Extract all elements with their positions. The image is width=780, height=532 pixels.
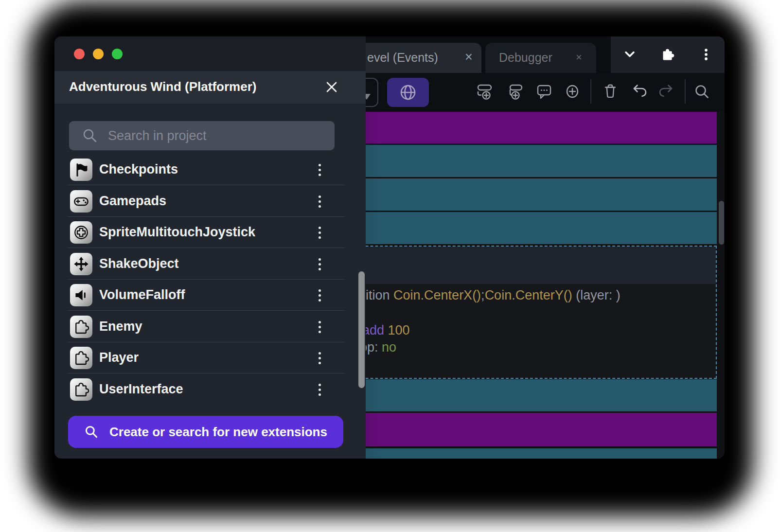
undo-icon bbox=[630, 82, 649, 101]
add-comment-icon bbox=[534, 82, 554, 101]
search-icon bbox=[692, 82, 711, 101]
search-button[interactable] bbox=[692, 82, 711, 101]
close-tab-icon[interactable]: × bbox=[465, 50, 473, 65]
list-divider bbox=[68, 185, 344, 185]
code-segment: no bbox=[382, 340, 396, 355]
extension-list-item-spritemultitouchjoystick[interactable]: SpriteMultitouchJoystick bbox=[54, 217, 366, 248]
event-block-teal[interactable] bbox=[327, 448, 717, 459]
gamepad-icon bbox=[70, 190, 92, 213]
extension-label: ShakeObject bbox=[99, 256, 179, 271]
kebab-menu-icon[interactable] bbox=[314, 285, 325, 305]
extension-list-item-checkpoints[interactable]: Checkpoints bbox=[54, 154, 366, 185]
kebab-menu-icon[interactable] bbox=[314, 254, 325, 274]
create-extension-button[interactable]: Create or search for new extensions bbox=[68, 416, 343, 448]
puzzle-icon bbox=[70, 347, 92, 369]
tab-label: Debugger bbox=[499, 51, 552, 65]
kebab-menu-icon bbox=[698, 47, 714, 62]
search-icon bbox=[84, 425, 99, 439]
tab-label: evel (Events) bbox=[367, 51, 438, 65]
extension-list-item-gamepads[interactable]: Gamepads bbox=[54, 186, 366, 217]
event-block-teal[interactable] bbox=[327, 379, 717, 411]
tab-level-events[interactable]: evel (Events) × bbox=[346, 43, 481, 73]
extensions-modal: Adventurous Wind (Platformer) Checkpoint… bbox=[54, 36, 366, 459]
extension-label: Checkpoints bbox=[99, 162, 178, 177]
tab-controls bbox=[611, 36, 725, 73]
extensions-puzzle-button[interactable] bbox=[660, 47, 675, 62]
selected-event-conditions[interactable] bbox=[328, 247, 716, 284]
extension-list-item-player[interactable]: Player bbox=[54, 342, 366, 373]
event-block-purple[interactable] bbox=[327, 413, 717, 446]
puzzle-icon bbox=[70, 378, 92, 401]
extension-list-item-shakeobject[interactable]: ShakeObject bbox=[54, 248, 366, 280]
create-extension-label: Create or search for new extensions bbox=[109, 425, 327, 440]
trash-button[interactable] bbox=[601, 82, 620, 101]
modal-title: Adventurous Wind (Platformer) bbox=[69, 79, 256, 94]
add-event-button[interactable] bbox=[475, 82, 495, 101]
list-divider bbox=[68, 310, 344, 311]
modal-header: Adventurous Wind (Platformer) bbox=[54, 71, 366, 104]
extension-list-item-enemy[interactable]: Enemy bbox=[54, 311, 366, 342]
extension-list-item-volumefalloff[interactable]: VolumeFalloff bbox=[54, 280, 366, 311]
kebab-menu-icon[interactable] bbox=[314, 380, 325, 399]
add-circle-button[interactable] bbox=[563, 82, 582, 101]
extension-label: SpriteMultitouchJoystick bbox=[99, 225, 255, 240]
undo-button[interactable] bbox=[630, 82, 649, 101]
joystick-icon bbox=[70, 221, 92, 244]
event-block-teal[interactable] bbox=[327, 178, 717, 211]
code-segment: (layer: ) bbox=[572, 288, 620, 302]
move-arrows-icon bbox=[70, 253, 92, 275]
extensions-puzzle-icon bbox=[660, 47, 675, 62]
extension-label: VolumeFalloff bbox=[99, 287, 185, 302]
code-segment: ; bbox=[481, 288, 485, 302]
extension-label: Gamepads bbox=[99, 194, 166, 209]
kebab-menu-icon[interactable] bbox=[314, 317, 325, 337]
close-tab-icon[interactable]: × bbox=[576, 51, 582, 64]
kebab-menu-icon[interactable] bbox=[314, 160, 325, 179]
chevron-down-button[interactable] bbox=[622, 47, 638, 62]
extension-label: Player bbox=[99, 350, 139, 365]
extension-label: UserInterface bbox=[99, 382, 183, 397]
event-code-line: add 100 bbox=[362, 322, 410, 338]
search-input[interactable] bbox=[69, 121, 335, 150]
list-divider bbox=[68, 248, 344, 248]
add-subevent-button[interactable] bbox=[506, 82, 525, 101]
puzzle-icon bbox=[70, 316, 92, 338]
traffic-light-zoom-icon[interactable] bbox=[112, 49, 123, 59]
list-divider bbox=[68, 373, 344, 373]
kebab-menu-icon[interactable] bbox=[314, 348, 325, 368]
speaker-icon bbox=[70, 284, 92, 306]
kebab-menu-icon[interactable] bbox=[314, 192, 325, 211]
redo-icon bbox=[656, 82, 676, 101]
close-modal-icon[interactable] bbox=[324, 79, 339, 95]
add-event-icon bbox=[475, 82, 495, 101]
kebab-menu-button[interactable] bbox=[698, 47, 714, 62]
tab-debugger[interactable]: Debugger × bbox=[485, 43, 596, 73]
trash-icon bbox=[601, 82, 620, 101]
selected-event-actions[interactable]: ition Coin.CenterX();Coin.CenterY() (lay… bbox=[328, 284, 716, 378]
traffic-light-minimize-icon[interactable] bbox=[93, 49, 104, 59]
event-block-teal[interactable] bbox=[327, 212, 717, 244]
event-block-purple[interactable] bbox=[327, 112, 717, 143]
toolbar-divider bbox=[685, 79, 686, 104]
code-segment: ition bbox=[366, 288, 393, 302]
event-code-line: ition Coin.CenterX();Coin.CenterY() (lay… bbox=[366, 287, 620, 303]
add-circle-icon bbox=[563, 82, 582, 101]
chevron-down-icon bbox=[622, 47, 638, 62]
code-segment: add bbox=[362, 323, 388, 337]
event-sheet-scrollbar[interactable] bbox=[719, 201, 724, 245]
event-block-teal[interactable] bbox=[327, 145, 717, 177]
extension-list-item-userinterface[interactable]: UserInterface bbox=[54, 374, 366, 405]
add-comment-button[interactable] bbox=[534, 82, 554, 101]
add-subevent-icon bbox=[506, 82, 525, 101]
modal-scrollbar[interactable] bbox=[358, 271, 365, 388]
redo-button[interactable] bbox=[656, 82, 676, 101]
toolbar-divider bbox=[590, 79, 591, 104]
scene-globe-button[interactable] bbox=[387, 78, 429, 107]
kebab-menu-icon[interactable] bbox=[314, 223, 325, 242]
traffic-light-close-icon[interactable] bbox=[74, 49, 85, 59]
macos-titlebar bbox=[54, 36, 366, 71]
code-segment: 100 bbox=[388, 323, 410, 337]
gdevelop-window: evel (Events) × Debugger × ition Coin.Ce… bbox=[54, 36, 725, 459]
code-segment: Coin.CenterY() bbox=[485, 288, 572, 302]
event-block-selected[interactable]: ition Coin.CenterX();Coin.CenterY() (lay… bbox=[327, 246, 717, 379]
